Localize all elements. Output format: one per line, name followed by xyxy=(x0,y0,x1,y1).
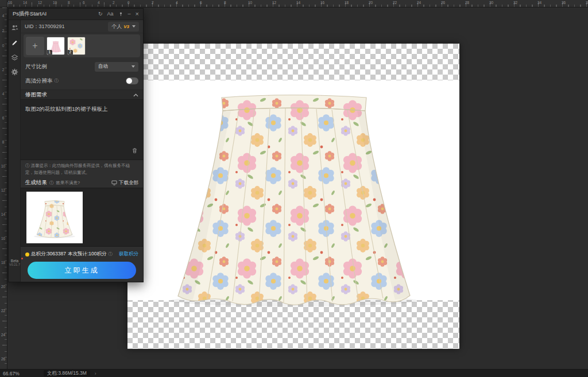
size-ratio-dropdown[interactable]: 自动 xyxy=(95,62,138,72)
ruler-left-label: 10 xyxy=(0,164,6,168)
info-icon: ⓘ xyxy=(55,78,59,84)
ruler-top-label: 8 xyxy=(224,1,226,5)
download-all-label: 下载全部 xyxy=(119,180,138,186)
ruler-left-label: 8 xyxy=(0,140,6,144)
hd-resolution-row: 高清分辨率 ⓘ xyxy=(21,76,143,86)
startai-plugin-panel: Ps插件StartAI ↻ Aa – × xyxy=(8,8,144,282)
uid-label: UID： xyxy=(25,23,39,30)
info-icon: ⓘ xyxy=(109,251,113,257)
ruler-top-label: 26 xyxy=(441,1,445,5)
generate-button[interactable]: 立即生成 xyxy=(28,262,136,279)
ruler-left-label: 26 xyxy=(0,357,6,361)
thumbnail-badge: 2 xyxy=(68,50,73,55)
chevron-down-icon xyxy=(131,65,135,68)
panel-title: Ps插件StartAI xyxy=(13,10,47,18)
ruler-top-label: 16 xyxy=(8,1,12,5)
document-canvas[interactable] xyxy=(127,44,459,349)
ruler-top-label: 30 xyxy=(489,1,493,5)
results-area xyxy=(21,188,143,247)
contacts-icon[interactable] xyxy=(9,24,21,32)
ruler-left-label: 0 xyxy=(0,44,6,48)
ruler-top-label: 18 xyxy=(345,1,349,5)
chevron-down-icon xyxy=(132,25,136,28)
minimize-icon[interactable]: – xyxy=(128,11,131,17)
close-icon[interactable]: × xyxy=(136,11,139,17)
get-points-link[interactable]: 获取积分 xyxy=(119,251,138,258)
account-type-dropdown[interactable]: 个人 V3 xyxy=(108,22,139,32)
ruler-left-label: 14 xyxy=(0,212,6,216)
tip-text: 温馨提示：此功能由外部服务商提供，偶有服务不稳定，如遇使用问题，请稍后重试。 xyxy=(25,163,130,175)
layers-icon[interactable] xyxy=(9,54,21,61)
points-dot-icon xyxy=(25,252,29,256)
toggle-knob xyxy=(126,78,132,84)
service-tip: ⓘ 温馨提示：此功能由外部服务商提供，偶有服务不稳定，如遇使用问题，请稍后重试。 xyxy=(21,162,143,176)
image-thumbnail-1[interactable]: 1 xyxy=(47,37,65,55)
zoom-level[interactable]: 66.67% xyxy=(3,371,20,376)
ruler-top-label: 24 xyxy=(417,1,421,5)
ruler-top-label: 8 xyxy=(68,1,70,5)
ruler-left-label: 2 xyxy=(0,68,6,72)
results-header: 生成结果 ⓘ 效果不满意? 下载全部 xyxy=(21,178,143,187)
floral-skirt-image xyxy=(127,44,459,349)
ruler-top-label: 4 xyxy=(176,1,178,5)
ruler-left-label: 4 xyxy=(0,14,6,18)
image-thumbnail-2[interactable]: 2 xyxy=(67,37,86,55)
document-info: 文档:3.86M/15.3M xyxy=(44,370,90,376)
thumbnail-badge: 1 xyxy=(47,50,52,55)
refresh-icon[interactable]: ↻ xyxy=(98,11,103,17)
ruler-top-label: 2 xyxy=(152,1,154,5)
version-label: V0.21.7 xyxy=(9,263,21,267)
ruler-top-label: 6 xyxy=(83,1,85,5)
ruler-top-label: 12 xyxy=(272,1,276,5)
chevron-up-icon xyxy=(133,92,138,98)
ruler-top-label: 6 xyxy=(200,1,202,5)
requirements-header[interactable]: 修图需求 xyxy=(21,90,143,100)
status-more-icon[interactable]: › xyxy=(95,371,96,376)
hd-toggle[interactable] xyxy=(126,77,138,84)
ruler-top: 1614121086420246810121416182022242628303… xyxy=(7,0,588,7)
ruler-top-label: 36 xyxy=(562,1,566,5)
font-size-icon[interactable]: Aa xyxy=(107,11,114,17)
settings-gear-icon[interactable] xyxy=(9,68,21,76)
status-bar: 66.67% 文档:3.86M/15.3M › xyxy=(0,369,588,377)
ruler-corner xyxy=(0,0,7,7)
results-hint: 效果不满意? xyxy=(56,180,80,186)
edit-pencil-icon[interactable] xyxy=(9,39,21,46)
ruler-left-label: 4 xyxy=(0,92,6,96)
panel-tool-strip: Beta V0.21.7 xyxy=(9,20,21,282)
ruler-left-label: 22 xyxy=(0,309,6,313)
results-label: 生成结果 xyxy=(25,179,47,186)
prompt-box: 取图2的花纹贴到图1的裙子模板上 xyxy=(21,100,143,160)
uid-value: 317009291 xyxy=(39,24,65,29)
info-icon: ⓘ xyxy=(49,180,54,186)
hd-label: 高清分辨率 xyxy=(25,77,53,85)
vip-level-badge: V3 xyxy=(123,24,129,29)
trash-icon[interactable] xyxy=(131,146,138,156)
result-thumbnail[interactable] xyxy=(26,192,83,243)
panel-titlebar[interactable]: Ps插件StartAI ↻ Aa – × xyxy=(9,9,143,20)
reference-images-box: + 1 2 xyxy=(24,34,140,57)
ruler-top-label: 20 xyxy=(369,1,373,5)
add-image-button[interactable]: + xyxy=(26,37,44,55)
ruler-left-label: 12 xyxy=(0,188,6,192)
ruler-top-label: 14 xyxy=(296,1,300,5)
ruler-top-label: 2 xyxy=(113,1,115,5)
ruler-top-label: 32 xyxy=(513,1,517,5)
ruler-top-label: 22 xyxy=(393,1,397,5)
ruler-top-label: 10 xyxy=(53,1,57,5)
download-all-button[interactable]: 下载全部 xyxy=(111,180,138,186)
ruler-top-label: 28 xyxy=(465,1,469,5)
ruler-left-label: 24 xyxy=(0,333,6,337)
ruler-top-label: 4 xyxy=(98,1,100,5)
points-row: 总积分:3063387 本次预计:100积分 ⓘ 获取积分 xyxy=(21,249,143,259)
pin-icon[interactable] xyxy=(118,11,123,17)
ruler-left-label: 16 xyxy=(0,236,6,240)
ruler-top-label: 38 xyxy=(586,1,588,5)
ruler-top-label: 12 xyxy=(38,1,42,5)
prompt-input[interactable]: 取图2的花纹贴到图1的裙子模板上 xyxy=(21,100,143,150)
ruler-top-label: 16 xyxy=(320,1,324,5)
ruler-left-label: 20 xyxy=(0,285,6,289)
info-icon: ⓘ xyxy=(25,163,30,168)
ruler-left-label: 18 xyxy=(0,261,6,265)
monitor-icon xyxy=(111,180,117,185)
